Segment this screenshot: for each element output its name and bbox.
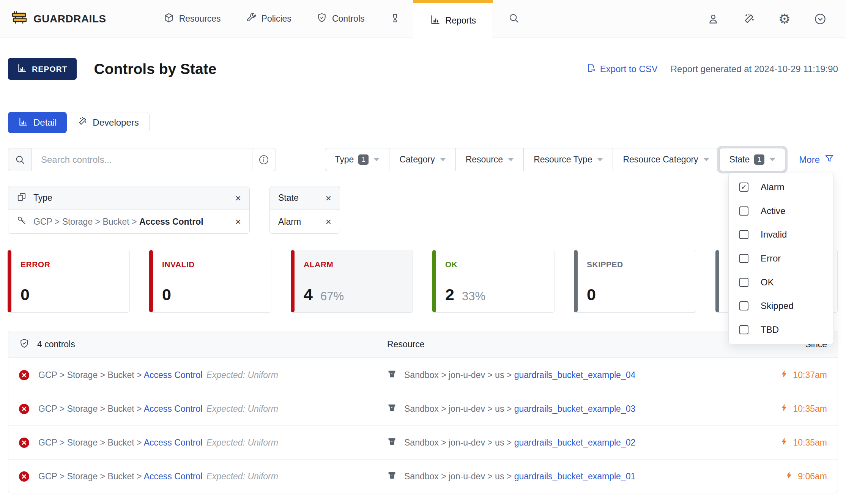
since-time: 9:06am bbox=[798, 471, 827, 482]
option-label: Error bbox=[761, 253, 781, 264]
nav-item-label: Controls bbox=[332, 14, 365, 24]
filter-label: Resource bbox=[466, 154, 503, 165]
option-label: Alarm bbox=[761, 182, 785, 192]
tab-developers[interactable]: Developers bbox=[65, 112, 149, 133]
expected-text: Expected: Uniform bbox=[206, 471, 278, 481]
brand-logo[interactable]: GUARDRAILS bbox=[11, 0, 106, 38]
page-title: Controls by State bbox=[94, 61, 217, 77]
type-value-path: GCP > Storage > Bucket > bbox=[33, 217, 139, 227]
dropdown-option-error[interactable]: Error bbox=[729, 247, 833, 271]
filter-count-badge: 1 bbox=[358, 154, 369, 165]
expected-text: Expected: Uniform bbox=[206, 370, 278, 380]
dropdown-option-ok[interactable]: OK bbox=[729, 270, 833, 294]
info-icon[interactable] bbox=[252, 148, 276, 171]
tab-reports-active[interactable]: Reports bbox=[413, 0, 493, 38]
stat-card-ok[interactable]: OK 2 33% bbox=[433, 250, 555, 313]
resource-link[interactable]: guardrails_bucket_example_01 bbox=[514, 471, 636, 481]
checkbox-unchecked[interactable] bbox=[739, 325, 748, 334]
control-link[interactable]: Access Control bbox=[144, 404, 203, 414]
stat-value: 4 bbox=[304, 285, 313, 304]
report-generated-text: Report generated at 2024-10-29 11:19:90 bbox=[671, 64, 838, 74]
filter-category-button[interactable]: Category bbox=[389, 148, 455, 171]
alarm-status-icon bbox=[19, 404, 29, 414]
control-link[interactable]: Access Control bbox=[144, 370, 203, 380]
checkbox-unchecked[interactable] bbox=[739, 230, 748, 239]
close-icon[interactable]: × bbox=[235, 193, 241, 203]
nav-item-controls[interactable]: Controls bbox=[304, 0, 377, 38]
stat-percent: 33% bbox=[462, 290, 485, 303]
dropdown-option-tbd[interactable]: TBD bbox=[729, 318, 833, 342]
card-accent-bar bbox=[432, 250, 436, 312]
filter-resource-button[interactable]: Resource bbox=[455, 148, 523, 171]
lightning-icon bbox=[780, 370, 788, 380]
checkbox-unchecked[interactable] bbox=[739, 206, 748, 216]
chevron-down-icon bbox=[704, 158, 709, 161]
filter-resource-category-button[interactable]: Resource Category bbox=[613, 148, 718, 171]
bar-chart-icon bbox=[430, 14, 441, 27]
chevron-down-circle-icon[interactable] bbox=[814, 13, 826, 25]
dropdown-option-active[interactable]: Active bbox=[729, 199, 833, 223]
control-link[interactable]: Access Control bbox=[144, 438, 203, 447]
filter-resource-type-button[interactable]: Resource Type bbox=[523, 148, 613, 171]
more-filters-button[interactable]: More bbox=[799, 154, 834, 166]
view-toggle: Detail Developers bbox=[8, 112, 838, 133]
stat-card-skipped[interactable]: SKIPPED 0 bbox=[574, 250, 696, 313]
control-path: GCP > Storage > Bucket > bbox=[38, 404, 144, 414]
tab-detail[interactable]: Detail bbox=[8, 112, 67, 133]
filter-row: Type 1 Category Resource Resource Type R… bbox=[8, 148, 838, 171]
chevron-down-icon bbox=[770, 158, 775, 161]
filter-state-button[interactable]: State 1 bbox=[719, 148, 786, 171]
user-icon[interactable] bbox=[707, 13, 719, 25]
control-link[interactable]: Access Control bbox=[144, 471, 203, 481]
stat-card-error[interactable]: ERROR 0 bbox=[8, 250, 130, 313]
nav-item-policies[interactable]: Policies bbox=[233, 0, 304, 38]
resource-link[interactable]: guardrails_bucket_example_02 bbox=[514, 438, 636, 447]
table-header: 4 controls Resource Since bbox=[8, 331, 838, 358]
expected-text: Expected: Uniform bbox=[206, 404, 278, 414]
bucket-icon bbox=[387, 403, 397, 415]
stat-card-invalid[interactable]: INVALID 0 bbox=[150, 250, 271, 313]
chevron-down-icon bbox=[374, 158, 379, 161]
resource-link[interactable]: guardrails_bucket_example_04 bbox=[514, 370, 636, 380]
close-icon[interactable]: × bbox=[326, 193, 331, 203]
search-controls-input[interactable] bbox=[32, 148, 252, 171]
stat-card-alarm[interactable]: ALARM 4 67% bbox=[291, 250, 413, 313]
gear-icon[interactable]: ⚙ bbox=[778, 12, 791, 26]
filter-type-button[interactable]: Type 1 bbox=[325, 148, 389, 171]
copy-stack-icon bbox=[17, 192, 27, 204]
alarm-status-icon bbox=[19, 370, 29, 380]
stat-percent: 67% bbox=[320, 290, 344, 303]
pawn-icon bbox=[390, 13, 400, 25]
search-icon bbox=[8, 148, 32, 171]
close-icon[interactable]: × bbox=[235, 217, 241, 227]
checkbox-checked[interactable]: ✓ bbox=[739, 183, 748, 192]
lightning-icon bbox=[780, 403, 788, 414]
funnel-icon bbox=[824, 154, 834, 166]
state-filter-dropdown: ✓ Alarm Active Invalid Error OK Skipped … bbox=[728, 173, 834, 344]
nav-item-pawn[interactable] bbox=[377, 0, 413, 38]
close-icon[interactable]: × bbox=[326, 217, 331, 227]
search-controls-box bbox=[8, 148, 276, 171]
card-accent-bar bbox=[291, 250, 295, 312]
bar-chart-icon bbox=[17, 63, 27, 75]
since-time: 10:35am bbox=[793, 438, 827, 448]
magic-wand-icon[interactable] bbox=[743, 13, 755, 25]
stat-label: INVALID bbox=[162, 260, 271, 269]
alarm-status-icon bbox=[19, 438, 29, 448]
stat-value: 0 bbox=[587, 285, 596, 304]
dropdown-option-skipped[interactable]: Skipped bbox=[729, 294, 833, 318]
nav-item-resources[interactable]: Resources bbox=[151, 0, 233, 38]
resource-link[interactable]: guardrails_bucket_example_03 bbox=[514, 404, 636, 414]
checkbox-unchecked[interactable] bbox=[739, 278, 748, 287]
nav-search-button[interactable] bbox=[493, 0, 535, 38]
checkbox-unchecked[interactable] bbox=[739, 301, 748, 310]
checkbox-unchecked[interactable] bbox=[739, 254, 748, 263]
dropdown-option-alarm[interactable]: ✓ Alarm bbox=[729, 175, 833, 199]
option-label: Active bbox=[761, 206, 785, 216]
type-value-name: Access Control bbox=[139, 217, 203, 227]
card-accent-bar bbox=[574, 250, 578, 312]
chevron-down-icon bbox=[440, 158, 446, 161]
table-row: GCP > Storage > Bucket > Access Control … bbox=[8, 392, 838, 425]
dropdown-option-invalid[interactable]: Invalid bbox=[729, 223, 833, 247]
export-to-csv-button[interactable]: Export to CSV bbox=[586, 63, 658, 75]
